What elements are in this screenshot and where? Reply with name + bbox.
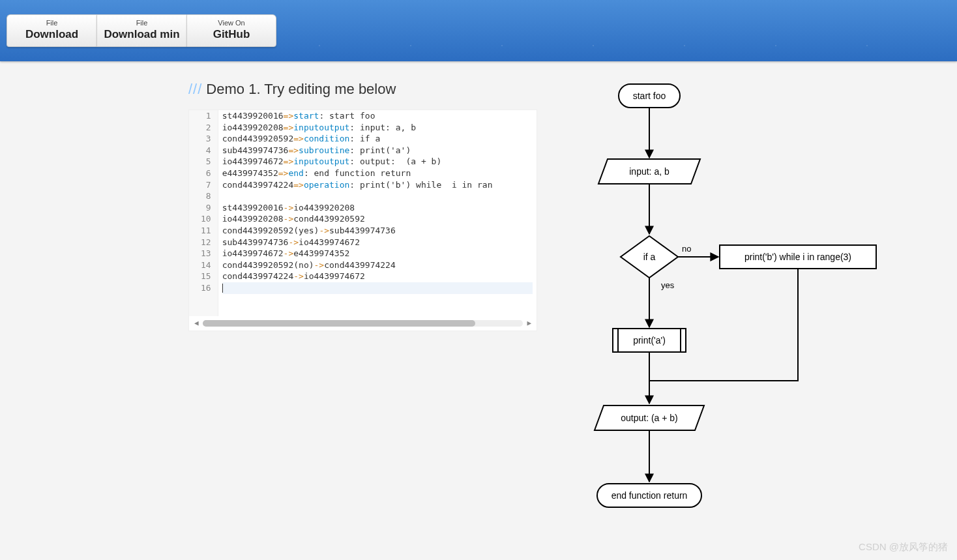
- flow-yes-label: yes: [661, 280, 675, 290]
- button-subtitle: View On: [218, 20, 244, 27]
- code-line[interactable]: st4439920016=>start: start foo: [222, 110, 533, 122]
- button-title: Download min: [104, 27, 179, 42]
- flow-op: print('b') while i in range(3): [744, 252, 851, 262]
- code-line[interactable]: cond4439920592(yes)->sub4439974736: [222, 225, 533, 237]
- scroll-left-icon[interactable]: ◀: [194, 317, 199, 329]
- flowchart-canvas: start foo input: a, b if a yes no print(…: [576, 81, 915, 553]
- code-line[interactable]: e4439974352=>end: end function return: [222, 168, 533, 179]
- code-line[interactable]: cond4439920592=>condition: if a: [222, 133, 533, 145]
- code-line[interactable]: sub4439974736->io4439974672: [222, 237, 533, 248]
- header-bar: File Download File Download min View On …: [0, 0, 957, 61]
- demo-heading: ///Demo 1. Try editing me below: [188, 81, 537, 98]
- code-line[interactable]: io4439974672->e4439974352: [222, 248, 533, 259]
- flow-cond: if a: [643, 252, 656, 262]
- editor-code-area[interactable]: st4439920016=>start: start fooio44399202…: [218, 110, 537, 316]
- editor-horizontal-scrollbar[interactable]: ◀ ▶: [189, 316, 537, 331]
- download-min-button[interactable]: File Download min: [96, 14, 186, 47]
- code-line[interactable]: cond4439920592(no)->cond4439974224: [222, 259, 533, 271]
- editor-gutter: 12345678910111213141516: [189, 110, 218, 316]
- code-line[interactable]: st4439920016->io4439920208: [222, 202, 533, 214]
- flow-output: output: (a + b): [621, 413, 678, 423]
- flow-input: input: a, b: [629, 166, 670, 177]
- button-subtitle: File: [46, 20, 58, 27]
- scroll-track[interactable]: [203, 320, 523, 327]
- code-line[interactable]: io4439974672=>inputoutput: output: (a + …: [222, 156, 533, 168]
- code-line[interactable]: cond4439974224=>operation: print('b') wh…: [222, 179, 533, 191]
- watermark: CSDN @放风筝的猪: [859, 541, 948, 553]
- code-line[interactable]: sub4439974736=>subroutine: print('a'): [222, 145, 533, 156]
- header-button-group: File Download File Download min View On …: [7, 14, 276, 47]
- github-button[interactable]: View On GitHub: [186, 14, 276, 47]
- scroll-thumb[interactable]: [203, 320, 475, 327]
- code-line[interactable]: [222, 282, 533, 294]
- flow-start: start foo: [633, 91, 666, 101]
- code-line[interactable]: io4439920208=>inputoutput: input: a, b: [222, 122, 533, 134]
- code-line[interactable]: cond4439974224->io4439974672: [222, 271, 533, 282]
- button-subtitle: File: [136, 20, 148, 27]
- button-title: Download: [25, 27, 78, 42]
- download-button[interactable]: File Download: [7, 14, 96, 47]
- heading-text: Demo 1. Try editing me below: [206, 81, 396, 97]
- code-line[interactable]: io4439920208->cond4439920592: [222, 213, 533, 225]
- scroll-right-icon[interactable]: ▶: [527, 317, 531, 329]
- flow-end: end function return: [611, 490, 688, 501]
- heading-slashes: ///: [188, 81, 202, 97]
- code-editor[interactable]: 12345678910111213141516 st4439920016=>st…: [188, 110, 537, 331]
- flow-no-label: no: [682, 244, 691, 254]
- code-line[interactable]: [222, 190, 533, 202]
- button-title: GitHub: [213, 27, 250, 42]
- flow-sub: print('a'): [633, 335, 666, 346]
